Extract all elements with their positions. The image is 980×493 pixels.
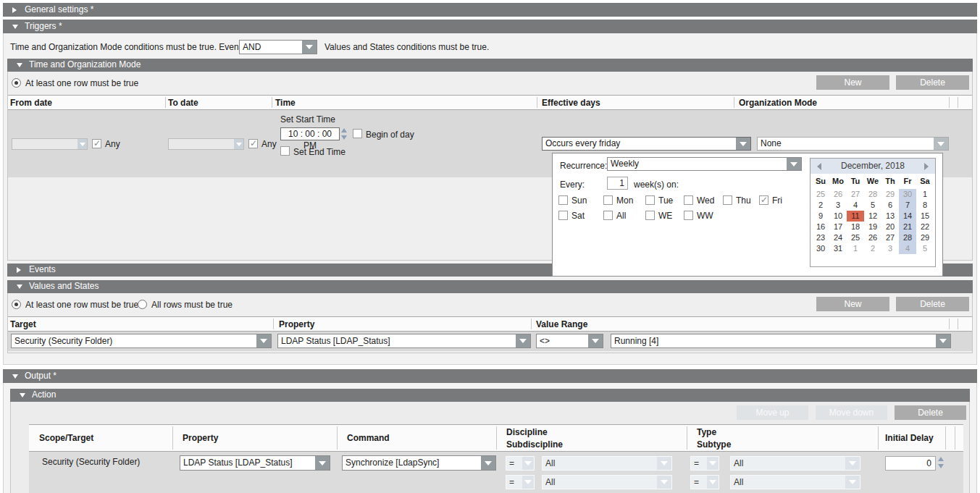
new-button[interactable]: New bbox=[816, 75, 889, 90]
calendar-day[interactable]: 2 bbox=[812, 200, 829, 211]
calendar-day[interactable]: 16 bbox=[812, 222, 829, 232]
section-time-org-mode[interactable]: Time and Organization Mode bbox=[7, 59, 973, 72]
discipline-dropdown-1[interactable]: All bbox=[542, 456, 672, 471]
col-property[interactable]: Property bbox=[279, 319, 314, 329]
col-action-property[interactable]: Property bbox=[183, 433, 218, 443]
vs-new-button[interactable]: New bbox=[816, 297, 889, 311]
discipline-op-dropdown-2[interactable]: = bbox=[506, 475, 535, 489]
calendar-day[interactable]: 26 bbox=[864, 232, 881, 243]
calendar-day[interactable]: 14 bbox=[899, 211, 916, 222]
calendar-day[interactable]: 21 bbox=[899, 222, 916, 232]
col-subdiscipline[interactable]: Subdiscipline bbox=[506, 439, 563, 450]
section-output[interactable]: Output * bbox=[3, 369, 977, 383]
move-up-button[interactable]: Move up bbox=[737, 405, 808, 420]
vs-all-rows-radio[interactable] bbox=[138, 300, 147, 309]
calendar-day[interactable]: 20 bbox=[881, 222, 899, 232]
weekday-checkbox-fri[interactable] bbox=[759, 195, 768, 205]
weekday-checkbox-all[interactable] bbox=[603, 211, 613, 220]
section-general-settings[interactable]: General settings * bbox=[3, 3, 977, 17]
move-down-button[interactable]: Move down bbox=[816, 405, 887, 420]
recurrence-dropdown[interactable]: Weekly bbox=[607, 157, 802, 171]
col-effective-days[interactable]: Effective days bbox=[542, 98, 600, 108]
target-dropdown[interactable]: Security (Security Folder) bbox=[11, 334, 272, 348]
col-command[interactable]: Command bbox=[347, 433, 390, 443]
weekday-checkbox-tue[interactable] bbox=[645, 195, 655, 205]
calendar-day[interactable]: 15 bbox=[916, 211, 934, 222]
type-dropdown-1[interactable]: All bbox=[730, 456, 860, 471]
from-date-dropdown[interactable] bbox=[12, 138, 88, 150]
col-subtype[interactable]: Subtype bbox=[697, 439, 731, 450]
calendar-day[interactable]: 5 bbox=[916, 243, 934, 254]
col-value-range[interactable]: Value Range bbox=[536, 319, 587, 329]
weekday-checkbox-thu[interactable] bbox=[723, 195, 732, 205]
to-any-checkbox[interactable] bbox=[248, 139, 258, 148]
discipline-dropdown-2[interactable]: All bbox=[542, 475, 672, 489]
spinner-up-icon[interactable] bbox=[341, 128, 347, 132]
calendar-day[interactable]: 28 bbox=[864, 189, 881, 200]
spinner-down-icon[interactable] bbox=[938, 464, 944, 468]
calendar-day[interactable]: 25 bbox=[812, 189, 829, 200]
calendar-day[interactable]: 30 bbox=[812, 243, 829, 254]
action-delete-button[interactable]: Delete bbox=[895, 405, 966, 420]
vs-property-dropdown[interactable]: LDAP Status [LDAP_Status] bbox=[277, 334, 531, 348]
col-type[interactable]: Type bbox=[697, 427, 716, 437]
calendar-day[interactable]: 5 bbox=[864, 200, 881, 211]
calendar-day[interactable]: 26 bbox=[829, 189, 847, 200]
col-target[interactable]: Target bbox=[10, 319, 36, 329]
calendar-day[interactable]: 3 bbox=[881, 243, 899, 254]
vs-operator-dropdown[interactable]: <> bbox=[536, 334, 603, 348]
initial-delay-input[interactable]: 0 bbox=[885, 456, 936, 471]
calendar-day[interactable]: 27 bbox=[847, 189, 864, 200]
col-initial-delay[interactable]: Initial Delay bbox=[885, 433, 934, 443]
calendar-day[interactable]: 27 bbox=[881, 232, 899, 243]
col-discipline[interactable]: Discipline bbox=[506, 427, 548, 437]
calendar-day[interactable]: 30 bbox=[899, 189, 916, 200]
calendar-day[interactable]: 3 bbox=[829, 200, 847, 211]
calendar-day[interactable]: 29 bbox=[916, 232, 934, 243]
calendar-day[interactable]: 28 bbox=[899, 232, 916, 243]
calendar-day-selected[interactable]: 11 bbox=[847, 211, 864, 222]
calendar-day[interactable]: 29 bbox=[881, 189, 899, 200]
calendar-next-icon[interactable] bbox=[924, 163, 929, 170]
weekday-checkbox-sun[interactable] bbox=[558, 195, 568, 205]
calendar-day[interactable]: 25 bbox=[847, 232, 864, 243]
spinner-up-icon[interactable] bbox=[938, 457, 944, 461]
calendar-day[interactable]: 31 bbox=[829, 243, 847, 254]
type-op-dropdown-2[interactable]: = bbox=[690, 475, 719, 489]
effective-days-dropdown[interactable]: Occurs every friday bbox=[542, 137, 751, 151]
calendar-day[interactable]: 1 bbox=[916, 189, 934, 200]
organization-mode-dropdown[interactable]: None bbox=[757, 137, 949, 151]
calendar-day[interactable]: 4 bbox=[899, 243, 916, 254]
vs-value-dropdown[interactable]: Running [4] bbox=[611, 334, 951, 348]
vs-at-least-one-radio[interactable] bbox=[12, 300, 21, 309]
calendar-day[interactable]: 10 bbox=[829, 211, 847, 222]
to-date-dropdown[interactable] bbox=[168, 138, 244, 150]
from-any-checkbox[interactable] bbox=[92, 139, 101, 148]
section-action[interactable]: Action bbox=[10, 389, 970, 402]
calendar-day[interactable]: 6 bbox=[881, 200, 899, 211]
col-to-date[interactable]: To date bbox=[168, 98, 198, 108]
calendar-day[interactable]: 8 bbox=[916, 200, 934, 211]
col-time[interactable]: Time bbox=[275, 98, 296, 108]
start-time-field[interactable]: 10 : 00 : 00 PM bbox=[280, 127, 340, 140]
calendar-day[interactable]: 22 bbox=[916, 222, 934, 232]
events-operator-dropdown[interactable]: AND bbox=[239, 40, 317, 54]
calendar-day[interactable]: 13 bbox=[881, 211, 899, 222]
col-from-date[interactable]: From date bbox=[10, 98, 52, 108]
at-least-one-row-radio[interactable] bbox=[12, 78, 21, 88]
calendar-day[interactable]: 18 bbox=[847, 222, 864, 232]
calendar-day[interactable]: 23 bbox=[812, 232, 829, 243]
set-end-time-checkbox[interactable] bbox=[280, 146, 290, 156]
weekday-checkbox-wed[interactable] bbox=[684, 195, 693, 205]
calendar-day[interactable]: 24 bbox=[829, 232, 847, 243]
type-dropdown-2[interactable]: All bbox=[730, 475, 860, 489]
begin-of-day-checkbox[interactable] bbox=[353, 129, 362, 138]
weekday-checkbox-ww[interactable] bbox=[684, 211, 693, 220]
calendar-day[interactable]: 1 bbox=[847, 243, 864, 254]
discipline-op-dropdown-1[interactable]: = bbox=[506, 456, 535, 471]
every-input[interactable]: 1 bbox=[607, 177, 628, 190]
calendar-day[interactable]: 9 bbox=[812, 211, 829, 222]
calendar-day[interactable]: 12 bbox=[864, 211, 881, 222]
action-command-dropdown[interactable]: Synchronize [LdapSync] bbox=[342, 455, 496, 471]
section-triggers[interactable]: Triggers * bbox=[3, 20, 977, 33]
